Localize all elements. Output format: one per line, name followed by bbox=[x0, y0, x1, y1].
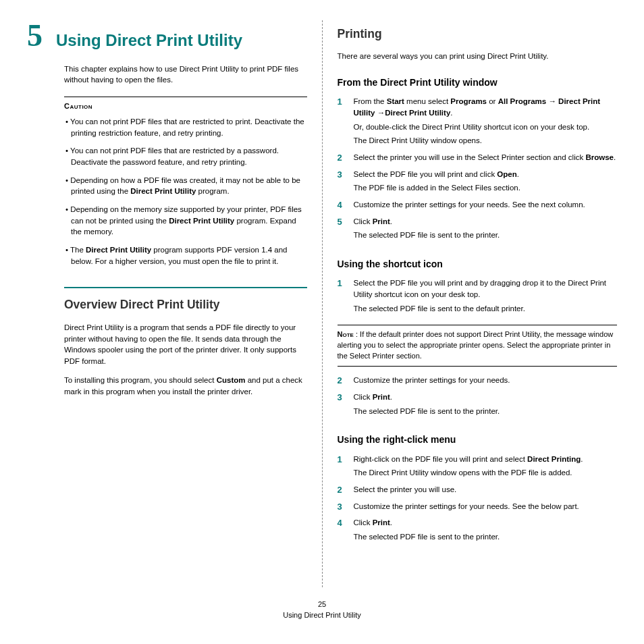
step-body: Click Print.The selected PDF file is sen… bbox=[354, 216, 618, 244]
chapter-intro: This chapter explains how to use Direct … bbox=[64, 63, 307, 86]
right-column: Printing There are several ways you can … bbox=[323, 20, 618, 587]
step-number: 3 bbox=[338, 501, 347, 515]
caution-item: The Direct Print Utility program support… bbox=[64, 244, 307, 267]
caution-box: Caution You can not print PDF files that… bbox=[64, 97, 307, 267]
step-number: 4 bbox=[338, 517, 347, 545]
step-line: The Direct Print Utility window opens. bbox=[354, 135, 618, 146]
step-line: Select the printer you will use in the S… bbox=[354, 152, 618, 163]
step-line: Click Print. bbox=[354, 517, 618, 529]
step-body: Right-click on the PDF file you will pri… bbox=[354, 454, 618, 481]
caution-label: Caution bbox=[64, 101, 307, 112]
step-line: The selected PDF file is sent to the def… bbox=[354, 303, 618, 315]
step-number: 2 bbox=[338, 375, 347, 389]
step-line: The selected PDF file is sent to the pri… bbox=[354, 230, 618, 241]
step-number: 5 bbox=[338, 216, 347, 244]
step-line: The Direct Print Utility window opens wi… bbox=[354, 467, 618, 479]
page-number: 25 bbox=[27, 599, 617, 610]
step-item: 4Click Print.The selected PDF file is se… bbox=[338, 517, 618, 545]
shortcut-heading: Using the shortcut icon bbox=[338, 257, 618, 271]
step-body: From the Start menu select Programs or A… bbox=[354, 96, 618, 149]
printing-intro: There are several ways you can print usi… bbox=[338, 51, 618, 62]
step-line: The selected PDF file is sent to the pri… bbox=[354, 531, 618, 543]
caution-item: You can not print PDF files that are res… bbox=[64, 145, 307, 167]
caution-item: Depending on how a PDF file was created,… bbox=[64, 175, 307, 197]
overview-p1: Direct Print Utility is a program that s… bbox=[64, 322, 307, 367]
step-line: Right-click on the PDF file you will pri… bbox=[354, 454, 618, 465]
step-line: Select the printer you will use. bbox=[354, 484, 618, 495]
step-number: 1 bbox=[338, 277, 347, 317]
step-line: Customize the printer settings for your … bbox=[354, 375, 618, 386]
step-item: 3Customize the printer settings for your… bbox=[338, 501, 618, 515]
step-item: 1From the Start menu select Programs or … bbox=[338, 96, 618, 149]
page-body: 5 Using Direct Print Utility This chapte… bbox=[27, 20, 617, 587]
page-footer: 25 Using Direct Print Utility bbox=[27, 599, 617, 621]
step-number: 1 bbox=[338, 96, 347, 149]
step-body: Select the printer you will use. bbox=[354, 484, 618, 498]
overview-heading: Overview Direct Print Utility bbox=[64, 296, 307, 313]
step-item: 5Click Print.The selected PDF file is se… bbox=[338, 216, 618, 244]
note-label: Note bbox=[338, 330, 354, 338]
step-body: Click Print.The selected PDF file is sen… bbox=[354, 392, 618, 419]
caution-list: You can not print PDF files that are res… bbox=[64, 116, 307, 267]
step-line: The selected PDF file is sent to the pri… bbox=[354, 406, 618, 417]
left-column: 5 Using Direct Print Utility This chapte… bbox=[27, 20, 322, 587]
overview-p2: To installing this program, you should s… bbox=[64, 375, 307, 397]
step-number: 2 bbox=[338, 484, 347, 498]
step-number: 1 bbox=[338, 454, 347, 481]
step-body: Click Print.The selected PDF file is sen… bbox=[354, 517, 618, 545]
from-window-heading: From the Direct Print Utility window bbox=[338, 76, 618, 89]
step-line: Select the PDF file you will print and b… bbox=[354, 277, 618, 300]
step-line: Click Print. bbox=[354, 392, 618, 403]
step-number: 3 bbox=[338, 392, 347, 419]
note-text: If the default printer does not support … bbox=[338, 330, 614, 360]
step-number: 4 bbox=[338, 199, 347, 213]
step-line: Customize the printer settings for your … bbox=[354, 501, 618, 512]
step-body: Customize the printer settings for your … bbox=[354, 199, 618, 213]
step-item: 2Customize the printer settings for your… bbox=[338, 375, 618, 389]
step-body: Select the PDF file you will print and c… bbox=[354, 169, 618, 196]
step-line: From the Start menu select Programs or A… bbox=[354, 96, 618, 118]
step-item: 4Customize the printer settings for your… bbox=[338, 199, 618, 213]
caution-item: Depending on the memory size supported b… bbox=[64, 204, 307, 238]
step-body: Select the PDF file you will print and b… bbox=[354, 277, 618, 317]
step-item: 1Right-click on the PDF file you will pr… bbox=[338, 454, 618, 481]
step-body: Select the printer you will use in the S… bbox=[354, 152, 618, 166]
step-body: Customize the printer settings for your … bbox=[354, 501, 618, 515]
footer-title: Using Direct Print Utility bbox=[27, 610, 617, 621]
chapter-title: Using Direct Print Utility bbox=[56, 29, 242, 53]
step-line: Or, double-click the Direct Print Utilit… bbox=[354, 122, 618, 133]
rightclick-heading: Using the right-click menu bbox=[338, 433, 618, 446]
rightclick-steps: 1Right-click on the PDF file you will pr… bbox=[338, 454, 618, 545]
step-item: 2Select the printer you will use. bbox=[338, 484, 618, 498]
section-rule bbox=[64, 287, 307, 288]
chapter-header: 5 Using Direct Print Utility bbox=[27, 20, 307, 53]
shortcut-steps-a: 1Select the PDF file you will print and … bbox=[338, 277, 618, 317]
step-body: Customize the printer settings for your … bbox=[354, 375, 618, 389]
step-line: Select the PDF file you will print and c… bbox=[354, 169, 618, 180]
shortcut-steps-b: 2Customize the printer settings for your… bbox=[338, 375, 618, 419]
step-number: 3 bbox=[338, 169, 347, 196]
printing-heading: Printing bbox=[338, 26, 618, 43]
step-line: Customize the printer settings for your … bbox=[354, 199, 618, 211]
step-line: Click Print. bbox=[354, 216, 618, 227]
caution-item: You can not print PDF files that are res… bbox=[64, 116, 307, 138]
step-item: 3Click Print.The selected PDF file is se… bbox=[338, 392, 618, 419]
chapter-number: 5 bbox=[27, 20, 43, 51]
note-box: Note : If the default printer does not s… bbox=[338, 325, 618, 367]
step-item: 1Select the PDF file you will print and … bbox=[338, 277, 618, 317]
step-item: 3Select the PDF file you will print and … bbox=[338, 169, 618, 196]
step-number: 2 bbox=[338, 152, 347, 166]
step-item: 2Select the printer you will use in the … bbox=[338, 152, 618, 166]
step-line: The PDF file is added in the Select File… bbox=[354, 182, 618, 194]
from-window-steps: 1From the Start menu select Programs or … bbox=[338, 96, 618, 244]
